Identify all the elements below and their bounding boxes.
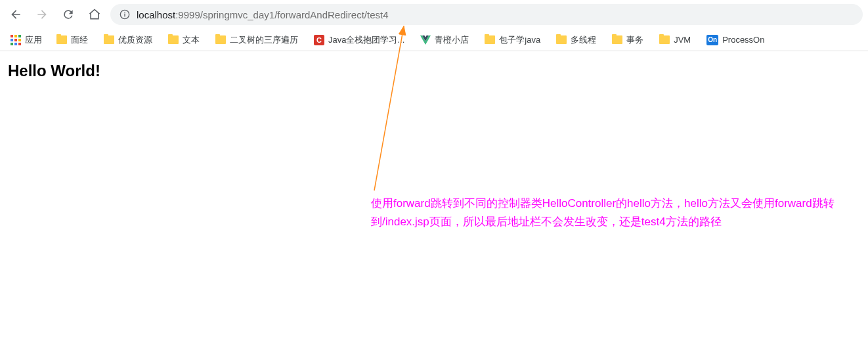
bookmark-label: 文本	[183, 34, 200, 46]
vue-favicon-icon	[420, 35, 431, 45]
home-button[interactable]	[84, 4, 105, 25]
bookmark-label: 事务	[626, 34, 643, 46]
bookmark-label: Java全栈抱团学习...	[328, 34, 404, 46]
bookmark-label: 多线程	[571, 34, 596, 46]
reload-icon	[62, 8, 75, 21]
bookmark-label: 二叉树的三序遍历	[230, 34, 298, 46]
address-bar[interactable]: localhost:9999/springmvc_day1/forwardAnd…	[110, 4, 863, 25]
bookmark-item[interactable]: JVM	[654, 32, 696, 47]
browser-toolbar: localhost:9999/springmvc_day1/forwardAnd…	[0, 0, 868, 29]
bookmark-label: 优质资源	[118, 34, 152, 46]
folder-icon	[56, 35, 67, 44]
bookmark-item[interactable]: 面经	[51, 32, 93, 49]
apps-grid-icon	[11, 35, 21, 45]
c-favicon-icon: C	[314, 35, 324, 45]
bookmark-item[interactable]: 文本	[163, 32, 205, 49]
bookmark-label: 包子学java	[499, 34, 540, 46]
bookmark-label: ProcessOn	[722, 35, 764, 45]
bookmarks-bar: 应用 面经优质资源文本二叉树的三序遍历CJava全栈抱团学习...青橙小店包子学…	[0, 29, 868, 51]
folder-icon	[612, 35, 622, 44]
folder-icon	[168, 35, 179, 44]
processon-favicon-icon: On	[706, 35, 718, 45]
apps-label: 应用	[25, 34, 42, 46]
bookmark-item[interactable]: 二叉树的三序遍历	[210, 32, 303, 49]
bookmark-item[interactable]: CJava全栈抱团学习...	[309, 32, 410, 49]
folder-icon	[659, 35, 670, 44]
bookmark-item[interactable]: 包子学java	[479, 32, 546, 49]
svg-rect-2	[124, 12, 125, 12]
forward-button[interactable]	[32, 4, 53, 25]
arrow-right-icon	[35, 8, 49, 21]
folder-icon	[104, 35, 114, 44]
page-heading: Hello World!	[8, 62, 860, 80]
bookmark-label: 面经	[71, 34, 88, 46]
info-icon	[119, 9, 130, 20]
bookmark-label: 青橙小店	[435, 34, 469, 46]
back-button[interactable]	[5, 4, 26, 25]
folder-icon	[485, 35, 495, 44]
svg-rect-1	[124, 14, 125, 17]
arrow-left-icon	[9, 8, 22, 21]
page-content: Hello World!	[0, 51, 868, 91]
bookmark-item[interactable]: 青橙小店	[415, 32, 474, 49]
bookmark-item[interactable]: OnProcessOn	[701, 32, 770, 48]
bookmark-item[interactable]: 多线程	[551, 32, 601, 49]
bookmark-item[interactable]: 优质资源	[98, 32, 158, 49]
bookmark-label: JVM	[674, 35, 691, 45]
folder-icon	[556, 35, 567, 44]
folder-icon	[215, 35, 226, 44]
reload-button[interactable]	[58, 4, 79, 25]
annotation-text: 使用forward跳转到不同的控制器类HelloController的hello…	[371, 194, 844, 231]
url-text: localhost:9999/springmvc_day1/forwardAnd…	[137, 9, 389, 20]
home-icon	[88, 8, 101, 21]
bookmark-item[interactable]: 事务	[607, 32, 649, 49]
apps-button[interactable]: 应用	[7, 32, 46, 49]
